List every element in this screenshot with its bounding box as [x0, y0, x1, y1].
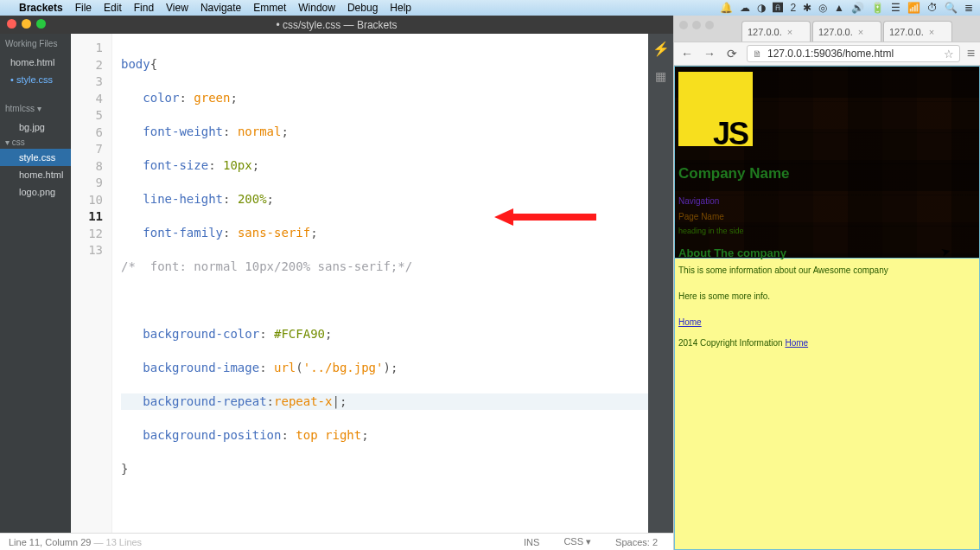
menu-navigate[interactable]: Navigate — [200, 2, 241, 14]
footer-home-link[interactable]: Home — [785, 338, 808, 348]
home-link[interactable]: Home — [678, 317, 702, 327]
address-bar[interactable]: 🗎 127.0.0.1:59036/home.html ☆ — [747, 45, 960, 62]
dot-circle-icon[interactable]: ◎ — [818, 2, 827, 14]
menu-edit[interactable]: Edit — [104, 2, 122, 14]
copyright-line: 2014 Copyright Information Home — [678, 335, 976, 352]
folder-css[interactable]: ▾ css — [0, 136, 71, 149]
live-preview-icon[interactable]: ⚡ — [652, 41, 670, 57]
zoom-window-button[interactable] — [36, 19, 46, 29]
browser-tab-3[interactable]: 127.0.0.× — [883, 21, 952, 42]
close-tab-icon[interactable]: × — [787, 27, 792, 37]
reload-button[interactable]: ⟳ — [724, 47, 740, 61]
menu-help[interactable]: Help — [390, 2, 411, 14]
battery-icon[interactable]: 🔋 — [871, 2, 884, 14]
wifi-icon[interactable]: 📶 — [907, 2, 920, 14]
browser-menu-icon[interactable]: ≡ — [967, 46, 975, 61]
annotation-arrow — [494, 208, 598, 226]
file-bg-jpg[interactable]: bg.jpg — [0, 118, 71, 136]
cloud-icon[interactable]: ☁︎ — [740, 2, 750, 14]
close-tab-icon[interactable]: × — [929, 27, 934, 37]
company-name: Company Name — [678, 165, 789, 182]
bookmark-star-icon[interactable]: ☆ — [944, 48, 954, 61]
project-sidebar: Working Files home.html • style.css html… — [0, 34, 71, 533]
mac-menubar: Brackets File Edit Find View Navigate Em… — [0, 0, 980, 16]
dropbox-icon[interactable]: ✱ — [803, 2, 811, 14]
brackets-window: • css/style.css — Brackets Working Files… — [0, 16, 673, 550]
page-header-bg: JS Company Name Navigation Page Name hea… — [675, 67, 979, 259]
forward-button[interactable]: → — [702, 47, 717, 61]
extension-rail: ⚡ ▦ — [648, 34, 673, 533]
volume-icon[interactable]: 🔊 — [851, 2, 864, 14]
file-style-css[interactable]: style.css — [0, 149, 71, 166]
minimize-window-button[interactable] — [22, 19, 31, 29]
menu-extras-icon[interactable]: ≣ — [964, 2, 973, 14]
browser-tabstrip: 127.0.0.× 127.0.0.× 127.0.0.× — [674, 16, 980, 42]
code-editor[interactable]: 1 2 3 4 5 6 7 8 9 10 11 12 13 body{ colo… — [71, 34, 673, 533]
about-heading: About The company — [678, 245, 786, 262]
clock-icon[interactable]: ⏱ — [927, 2, 938, 14]
menu-window[interactable]: Window — [298, 2, 335, 14]
circle-icon[interactable]: ◑ — [757, 2, 766, 14]
menu-find[interactable]: Find — [134, 2, 154, 14]
line-number-gutter: 1 2 3 4 5 6 7 8 9 10 11 12 13 — [71, 34, 112, 533]
adobe-icon[interactable]: 🅰 — [773, 2, 783, 14]
browser-tab-1[interactable]: 127.0.0.× — [741, 21, 811, 42]
notifications-icon[interactable]: 🔔 — [720, 2, 733, 14]
file-home-html[interactable]: home.html — [0, 166, 71, 183]
svg-marker-0 — [494, 208, 596, 226]
browser-tab-2[interactable]: 127.0.0.× — [812, 21, 881, 42]
working-file-home[interactable]: home.html — [0, 54, 71, 71]
close-window-button[interactable] — [7, 19, 16, 29]
code-content[interactable]: body{ color: green; font-weight: normal;… — [112, 34, 648, 533]
menu-file[interactable]: File — [75, 2, 92, 14]
about-paragraph-2: Here is some more info. — [678, 288, 976, 305]
mouse-cursor-icon: ➤ — [939, 242, 954, 261]
badge-2-icon[interactable]: 2 — [790, 2, 796, 14]
window-title: • css/style.css — Brackets — [276, 19, 397, 31]
app-menu[interactable]: Brackets — [19, 2, 63, 14]
browser-minimize-button[interactable] — [692, 21, 701, 29]
browser-close-button[interactable] — [679, 21, 688, 29]
side-heading: heading in the side — [678, 222, 744, 240]
traffic-lights — [7, 19, 46, 29]
file-logo-png[interactable]: logo.png — [0, 183, 71, 201]
project-header[interactable]: htmlcss ▾ — [0, 99, 71, 118]
page-icon: 🗎 — [753, 48, 762, 59]
browser-window: 127.0.0.× 127.0.0.× 127.0.0.× ← → ⟳ 🗎 12… — [673, 16, 980, 550]
working-files-header[interactable]: Working Files — [0, 34, 71, 54]
menu-emmet[interactable]: Emmet — [253, 2, 286, 14]
working-file-style[interactable]: • style.css — [0, 71, 71, 88]
menubar-status-icons: 🔔 ☁︎ ◑ 🅰 2 ✱ ◎ ▲ 🔊 🔋 ☰ 📶 ⏱ 🔍 ≣ — [720, 2, 973, 14]
js-logo: JS — [678, 72, 753, 146]
window-titlebar[interactable]: • css/style.css — Brackets — [0, 16, 673, 34]
gdrive-icon[interactable]: ▲ — [834, 2, 844, 14]
browser-zoom-button[interactable] — [705, 21, 714, 29]
menu-view[interactable]: View — [166, 2, 188, 14]
browser-toolbar: ← → ⟳ 🗎 127.0.0.1:59036/home.html ☆ ≡ — [674, 42, 980, 66]
extension-manager-icon[interactable]: ▦ — [655, 69, 666, 83]
about-paragraph-1: This is some information about our Aweso… — [678, 262, 976, 279]
url-text: 127.0.0.1:59036/home.html — [767, 48, 894, 60]
browser-traffic-lights — [679, 21, 714, 29]
close-tab-icon[interactable]: × — [858, 27, 863, 37]
menu-debug[interactable]: Debug — [347, 2, 378, 14]
back-button[interactable]: ← — [679, 47, 695, 61]
live-preview-page: JS Company Name Navigation Page Name hea… — [674, 66, 980, 550]
spotlight-icon[interactable]: 🔍 — [945, 2, 958, 14]
nav-label: Navigation — [678, 193, 719, 210]
keyboard-icon[interactable]: ☰ — [891, 2, 900, 14]
